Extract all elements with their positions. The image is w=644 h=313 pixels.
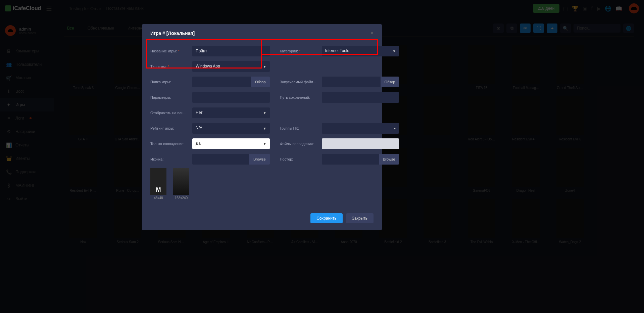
label-save-path: Путь сохранений: (280, 95, 318, 99)
select-match-only[interactable]: Да (192, 138, 270, 149)
field-params: Параметры: (150, 92, 270, 103)
select-category[interactable]: Internet Tools (322, 46, 399, 56)
field-match-only: Только совпадение: Да ▼ (150, 138, 270, 149)
modal-header: Игра # [Локальная] × (142, 24, 382, 42)
label-match-files: Файлы совпадения: (280, 142, 318, 146)
field-show-panel: Отображать на пан... Нет ▼ (150, 107, 270, 118)
label-game-type: Тип игры: (150, 64, 167, 69)
modal-footer: Сохранить Закрыть (142, 208, 382, 230)
input-poster[interactable] (322, 154, 379, 165)
game-edit-modal: Игра # [Локальная] × Название игры: * Ка… (142, 24, 382, 230)
browse-icon-button[interactable]: Browse (249, 154, 270, 165)
browse-folder-button[interactable]: Обзор (251, 77, 270, 87)
label-params: Параметры: (150, 95, 189, 99)
preview-168-label: 168x240 (173, 196, 189, 200)
input-save-path[interactable] (322, 92, 399, 103)
field-launch-file: Запускаемый файл... Обзор (280, 77, 399, 87)
label-match-only: Только совпадение: (150, 142, 189, 146)
input-launch-file[interactable] (322, 77, 381, 87)
modal-title: Игра # [Локальная] (150, 31, 195, 36)
preview-168-icon (173, 168, 189, 195)
input-match-files (322, 138, 399, 149)
select-pc-groups[interactable] (322, 123, 399, 134)
label-rating: Рейтинг игры: (150, 126, 189, 130)
field-category: Категория: * Internet Tools ▼ (280, 46, 399, 56)
field-pc-groups: Группы ПК: ▾ (280, 123, 399, 134)
select-rating[interactable]: N/A (192, 123, 270, 134)
label-show-panel: Отображать на пан... (150, 111, 189, 115)
browse-poster-button[interactable]: Browse (379, 154, 399, 165)
label-launch-file: Запускаемый файл... (280, 80, 318, 84)
input-game-folder[interactable] (192, 77, 251, 87)
icon-previews: M 48x48 168x240 (150, 168, 374, 200)
close-button[interactable]: Закрыть (346, 213, 374, 223)
label-game-folder: Папка игры: (150, 80, 189, 84)
label-poster: Постер: (280, 157, 318, 161)
input-game-name[interactable] (192, 46, 270, 56)
field-game-type: Тип игры: * Windows App ▼ (150, 61, 270, 72)
label-icon: Иконка: (150, 157, 189, 161)
field-match-files: Файлы совпадения: (280, 138, 399, 149)
field-poster: Постер: Browse (280, 154, 399, 165)
field-rating: Рейтинг игры: N/A ▼ (150, 123, 270, 134)
input-params[interactable] (192, 92, 270, 103)
label-game-name: Название игры: (150, 49, 177, 53)
label-pc-groups: Группы ПК: (280, 126, 318, 130)
field-game-name: Название игры: * (150, 46, 270, 56)
field-game-folder: Папка игры: Обзор (150, 77, 270, 87)
field-save-path: Путь сохранений: (280, 92, 399, 103)
field-icon: Иконка: Browse (150, 154, 270, 165)
select-game-type[interactable]: Windows App (192, 61, 270, 72)
select-show-panel[interactable]: Нет (192, 107, 270, 118)
browse-launch-button[interactable]: Обзор (381, 77, 399, 87)
close-icon[interactable]: × (370, 30, 374, 36)
preview-48-icon: M (150, 168, 166, 195)
save-button[interactable]: Сохранить (310, 213, 343, 223)
preview-48-label: 48x48 (150, 196, 166, 200)
input-icon[interactable] (192, 154, 249, 165)
label-category: Категория: (280, 49, 298, 53)
